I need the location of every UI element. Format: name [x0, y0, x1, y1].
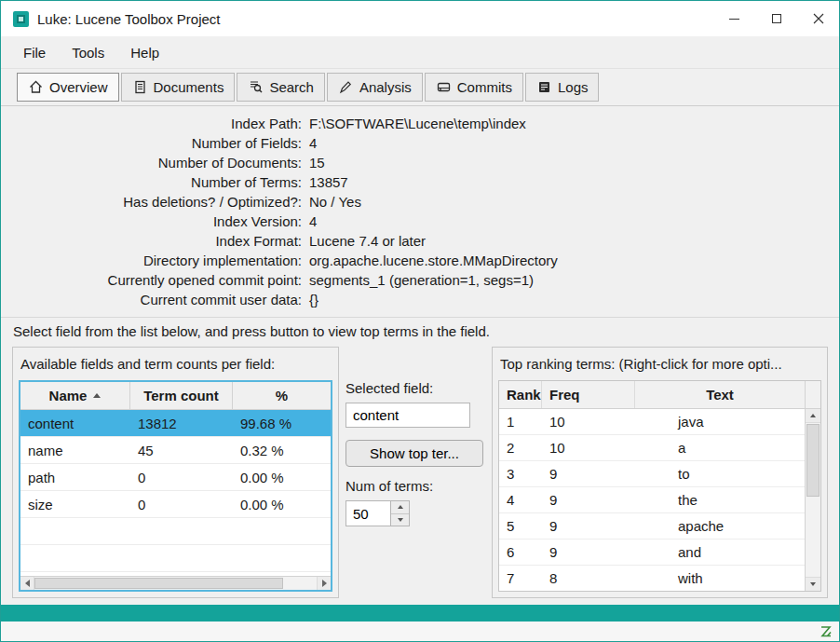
column-header-label: Rank: [507, 387, 541, 403]
overview-value: {}: [309, 290, 318, 309]
rank-cell: 5: [499, 518, 542, 534]
app-window: Luke: Lucene Toolbox Project File Tools …: [0, 0, 840, 642]
scroll-left-button[interactable]: [20, 577, 34, 590]
tab-overview[interactable]: Overview: [17, 73, 119, 102]
tab-label: Logs: [558, 79, 589, 95]
freq-cell: 10: [542, 414, 635, 430]
menu-item-file[interactable]: File: [23, 45, 46, 61]
vertical-scrollbar[interactable]: [805, 381, 820, 591]
field-name-cell: content: [20, 416, 130, 431]
overview-label: Index Version:: [1, 212, 302, 231]
tab-bar: Overview Documents Search Analysis Commi…: [1, 69, 839, 106]
tab-label: Analysis: [359, 79, 412, 95]
scroll-right-icon: [322, 580, 327, 587]
tab-documents[interactable]: Documents: [121, 73, 236, 102]
overview-label: Currently opened commit point:: [1, 270, 302, 290]
column-header-rank[interactable]: Rank: [499, 381, 542, 408]
selected-field-input[interactable]: [345, 403, 470, 428]
field-name-cell: name: [20, 443, 130, 458]
maximize-button[interactable]: [755, 1, 797, 36]
top-terms-caption: Top ranking terms: (Right-click for more…: [500, 356, 820, 372]
overview-value: 4: [309, 212, 317, 231]
column-header-label: Text: [706, 387, 734, 403]
overview-value: org.apache.lucene.store.MMapDirectory: [309, 251, 558, 270]
tab-commits[interactable]: Commits: [425, 73, 523, 102]
column-header-name[interactable]: Name: [20, 382, 130, 409]
menu-item-tools[interactable]: Tools: [72, 45, 104, 61]
percent-cell: 0.32 %: [233, 443, 331, 458]
term-count-cell: 0: [130, 497, 233, 512]
horizontal-scrollbar-thumb[interactable]: [34, 578, 283, 589]
fields-table-header: Name Term count %: [20, 382, 331, 410]
term-row[interactable]: 6 9 and: [499, 540, 805, 566]
term-count-cell: 13812: [130, 416, 233, 431]
tab-analysis[interactable]: Analysis: [327, 73, 423, 102]
percent-cell: 99.68 %: [233, 416, 331, 431]
minimize-button[interactable]: [713, 1, 755, 36]
close-button[interactable]: [797, 1, 839, 36]
term-row[interactable]: 3 9 to: [499, 461, 805, 487]
term-count-cell: 45: [130, 443, 233, 458]
column-header-term-count[interactable]: Term count: [130, 382, 233, 409]
overview-value: 13857: [309, 172, 348, 192]
freq-cell: 10: [542, 440, 635, 456]
scroll-down-button[interactable]: [806, 577, 820, 591]
scroll-up-button[interactable]: [806, 409, 820, 423]
text-cell: apache: [635, 518, 805, 534]
overview-value: Lucene 7.4 or later: [309, 231, 426, 251]
logs-icon: [536, 79, 552, 95]
overview-value: F:\SOFTWARE\Lucene\temp\index: [309, 114, 526, 133]
close-icon: [813, 13, 824, 24]
sort-ascending-icon: [93, 393, 101, 398]
info-row: Index Format:Lucene 7.4 or later: [1, 231, 839, 251]
empty-row: [20, 545, 331, 572]
empty-row: [20, 518, 331, 545]
freq-cell: 8: [542, 570, 635, 586]
percent-cell: 0.00 %: [233, 497, 331, 512]
spinner-down-icon: [398, 518, 403, 522]
main-area: Available fields and term counts per fie…: [1, 344, 839, 605]
overview-panel: Index Path:F:\SOFTWARE\Lucene\temp\index…: [1, 106, 839, 317]
num-of-terms-spinner: [345, 500, 416, 526]
tab-label: Commits: [457, 79, 512, 95]
menu-item-help[interactable]: Help: [130, 45, 159, 61]
vertical-scrollbar-thumb[interactable]: [806, 424, 820, 497]
terms-table-main: Rank Freq Text 1 10 java 2 10 a: [499, 381, 805, 591]
column-header-label: Term count: [143, 388, 219, 403]
horizontal-scrollbar-track[interactable]: [34, 577, 317, 590]
term-row[interactable]: 5 9 apache: [499, 513, 805, 540]
num-of-terms-input[interactable]: [345, 500, 390, 526]
luke-app-icon: [13, 11, 29, 27]
horizontal-scrollbar[interactable]: [20, 576, 331, 590]
tab-logs[interactable]: Logs: [525, 73, 600, 102]
spinner-down-button[interactable]: [391, 514, 409, 526]
tab-search[interactable]: Search: [237, 73, 325, 102]
term-row[interactable]: 1 10 java: [499, 409, 805, 435]
rank-cell: 6: [499, 544, 542, 560]
top-terms-panel: Top ranking terms: (Right-click for more…: [492, 347, 828, 598]
spinner-up-button[interactable]: [391, 501, 409, 514]
column-header-percent[interactable]: %: [233, 382, 331, 409]
column-header-freq[interactable]: Freq: [542, 381, 635, 408]
term-controls-panel: Selected field: Show top ter... Num of t…: [345, 347, 485, 598]
overview-value: 4: [309, 133, 317, 153]
field-row-path[interactable]: path 0 0.00 %: [20, 464, 331, 491]
overview-label: Directory implementation:: [1, 251, 302, 270]
field-name-cell: size: [20, 497, 130, 512]
term-row[interactable]: 7 8 with: [499, 566, 805, 591]
term-row[interactable]: 4 9 the: [499, 487, 805, 513]
scroll-right-button[interactable]: [317, 577, 331, 590]
documents-icon: [132, 79, 148, 95]
field-row-size[interactable]: size 0 0.00 %: [20, 491, 331, 518]
term-row[interactable]: 2 10 a: [499, 435, 805, 461]
column-header-text[interactable]: Text: [635, 381, 805, 408]
column-header-label: Name: [49, 388, 88, 403]
title-bar: Luke: Lucene Toolbox Project: [1, 1, 839, 36]
instruction-text: Select field from the list below, and pr…: [1, 317, 839, 344]
field-row-content[interactable]: content 13812 99.68 %: [20, 410, 331, 437]
show-top-terms-button[interactable]: Show top ter...: [345, 440, 483, 467]
freq-cell: 9: [542, 544, 635, 560]
minimize-icon: [729, 19, 739, 20]
field-row-name[interactable]: name 45 0.32 %: [20, 437, 331, 464]
terms-table: Rank Freq Text 1 10 java 2 10 a: [498, 380, 821, 592]
